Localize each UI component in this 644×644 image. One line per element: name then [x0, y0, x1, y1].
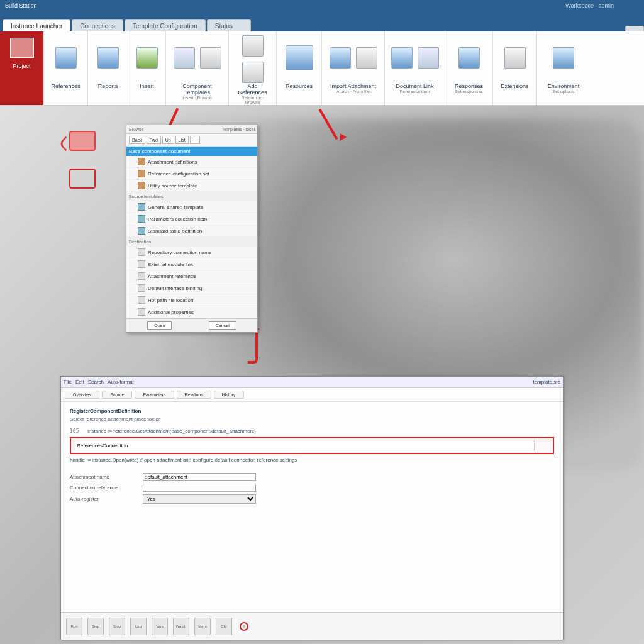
- dialog-item[interactable]: Repository connection name: [126, 247, 257, 258]
- dialog-cancel-button[interactable]: Cancel: [209, 321, 236, 330]
- foot-stop[interactable]: Stop: [109, 618, 125, 635]
- ribbon-project-label: Project: [13, 63, 30, 69]
- form-row: Attachment name: [70, 473, 554, 481]
- annotation-arrow-2: [314, 107, 365, 145]
- ribbon-resources[interactable]: Resources: [277, 31, 322, 105]
- dialog-list-button[interactable]: List: [175, 136, 189, 144]
- dialog-item[interactable]: Utility source template: [126, 180, 257, 192]
- menu-file[interactable]: File: [64, 379, 72, 385]
- ribbon: Project References Reports Insert Compon…: [0, 31, 644, 106]
- addref-icon: [242, 35, 264, 57]
- etab-relations[interactable]: Relations: [177, 391, 211, 399]
- connection-ref-input[interactable]: [143, 484, 256, 492]
- dialog-item[interactable]: Default interface binding: [126, 282, 257, 294]
- dialog-title: Browse: [129, 127, 143, 131]
- dialog-item[interactable]: Reference configuration set: [126, 168, 257, 180]
- tab-status[interactable]: Status: [207, 19, 251, 31]
- ribbon-extensions[interactable]: Extensions: [493, 31, 537, 105]
- item-icon: [138, 260, 145, 268]
- foot-mem[interactable]: Mem: [194, 618, 211, 635]
- ribbon-component-templates[interactable]: Component Templates Insert · Browse: [166, 31, 229, 105]
- editor-body: RegisterComponentDefinition Select refer…: [61, 402, 563, 511]
- ribbon-responses[interactable]: Responses Set responses: [445, 31, 493, 105]
- foot-run[interactable]: Run: [66, 618, 82, 635]
- dialog-item[interactable]: Attachment reference: [126, 270, 257, 282]
- form-row: Connection reference: [70, 484, 554, 492]
- tab-overflow[interactable]: [625, 26, 644, 31]
- foot-step[interactable]: Step: [87, 618, 104, 635]
- ribbon-insert[interactable]: Insert: [128, 31, 166, 105]
- reference-input[interactable]: [75, 441, 535, 450]
- tab-template-config[interactable]: Template Configuration: [125, 19, 206, 31]
- item-icon: [138, 308, 145, 316]
- ribbon-add-references[interactable]: Add References Reference · Browse: [229, 31, 277, 105]
- tab-instance-launcher[interactable]: Instance Launcher: [3, 19, 70, 31]
- addref-icon-2: [242, 62, 264, 83]
- dialog-open-button[interactable]: Open: [147, 321, 172, 330]
- annotation-box-1: [69, 131, 96, 151]
- template-icon: [174, 47, 195, 69]
- ribbon-references[interactable]: References: [44, 31, 88, 105]
- env-icon: [553, 47, 574, 69]
- dialog-toolbar: Back Fwd Up List ···: [126, 134, 257, 147]
- dialog-item[interactable]: Attachment definitions: [126, 156, 257, 168]
- dialog-header: Browse Templates · local: [126, 125, 257, 134]
- dialog-fwd-button[interactable]: Fwd: [147, 136, 161, 144]
- doclink-icon-2: [418, 47, 439, 69]
- menu-edit[interactable]: Edit: [75, 379, 84, 385]
- dialog-up-button[interactable]: Up: [162, 136, 174, 144]
- dialog-address: Templates · local: [222, 127, 255, 131]
- menu-search[interactable]: Search: [88, 379, 104, 385]
- error-indicator-icon: !: [240, 622, 248, 631]
- attachment-name-input[interactable]: [143, 473, 256, 481]
- doclink-icon: [391, 47, 413, 69]
- dialog-item[interactable]: General shared template: [126, 201, 257, 213]
- autoreg-select[interactable]: Yes: [143, 494, 256, 504]
- editor-tabs: Overview Source Parameters Relations His…: [61, 388, 563, 402]
- item-icon: [138, 248, 145, 256]
- ribbon-environment[interactable]: Environment Set options: [537, 31, 590, 105]
- tab-connections[interactable]: Connections: [72, 19, 123, 31]
- insert-icon: [136, 47, 158, 69]
- dialog-item[interactable]: Additional properties: [126, 306, 257, 318]
- responses-icon: [458, 47, 480, 69]
- workspace-label: Workspace · admin: [565, 3, 614, 13]
- ribbon-reports[interactable]: Reports: [88, 31, 128, 105]
- folder-icon: [138, 182, 145, 189]
- ribbon-project[interactable]: Project: [0, 31, 44, 105]
- foot-watch[interactable]: Watch: [173, 618, 189, 635]
- dialog-item[interactable]: External module link: [126, 258, 257, 270]
- dialog-more-button[interactable]: ···: [190, 136, 200, 144]
- etab-source[interactable]: Source: [102, 391, 132, 399]
- references-icon: [55, 47, 77, 69]
- doc-icon: [138, 203, 145, 211]
- foot-cfg[interactable]: Cfg: [216, 618, 232, 635]
- dialog-back-button[interactable]: Back: [129, 136, 145, 144]
- etab-overview[interactable]: Overview: [65, 391, 99, 399]
- editor-menubar: File Edit Search Auto-format template.sr…: [61, 377, 563, 388]
- canvas: Browse Templates · local Back Fwd Up Lis…: [0, 106, 644, 644]
- ribbon-import-attachment[interactable]: Import Attachment Attach · From file: [322, 31, 385, 105]
- etab-parameters[interactable]: Parameters: [135, 391, 174, 399]
- extensions-icon: [504, 47, 526, 69]
- foot-vars[interactable]: Vars: [152, 618, 168, 635]
- etab-history[interactable]: History: [214, 391, 244, 399]
- code-line: handle := instance.Open(write) // open a…: [70, 456, 554, 464]
- doc-icon: [138, 227, 145, 235]
- editor-heading: RegisterComponentDefinition: [70, 407, 554, 415]
- foot-log[interactable]: Log: [130, 618, 147, 635]
- browse-dialog: Browse Templates · local Back Fwd Up Lis…: [126, 125, 258, 333]
- dialog-item[interactable]: Hot path file location: [126, 294, 257, 306]
- dialog-item[interactable]: Standard table definition: [126, 225, 257, 237]
- highlighted-field: [70, 437, 554, 454]
- menu-autoformat[interactable]: Auto-format: [108, 379, 134, 385]
- annotation-box-2: [69, 169, 96, 189]
- dialog-item[interactable]: Parameters collection item: [126, 213, 257, 225]
- ribbon-document-link[interactable]: Document Link Reference item: [385, 31, 445, 105]
- line-number: 105: [70, 428, 86, 434]
- folder-icon: [138, 158, 145, 165]
- code-line: 105 instance := reference.GetAttachment(…: [70, 427, 554, 435]
- doc-icon: [138, 215, 145, 223]
- dialog-selected-item[interactable]: Base component document: [126, 147, 257, 156]
- form-row: Auto-register Yes: [70, 494, 554, 504]
